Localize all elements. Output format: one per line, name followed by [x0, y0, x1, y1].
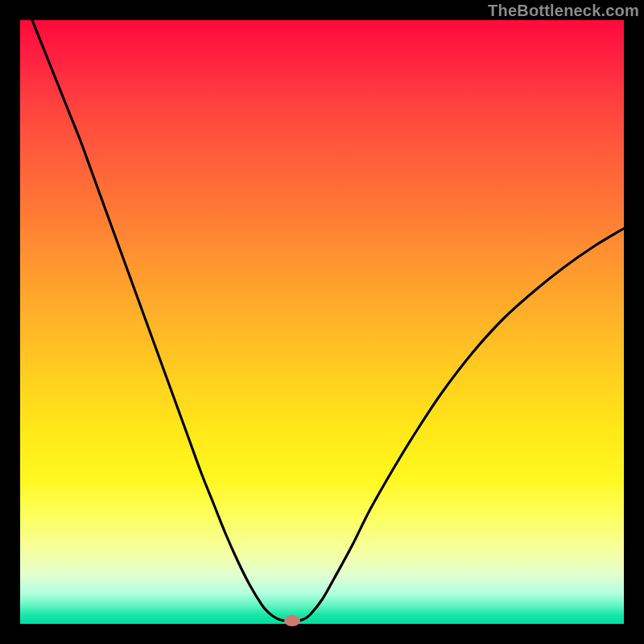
watermark-text: TheBottleneck.com	[488, 2, 639, 20]
bottleneck-curve	[20, 20, 624, 624]
plot-area	[20, 20, 624, 624]
chart-frame: TheBottleneck.com	[0, 0, 644, 644]
optimum-marker	[284, 615, 300, 626]
